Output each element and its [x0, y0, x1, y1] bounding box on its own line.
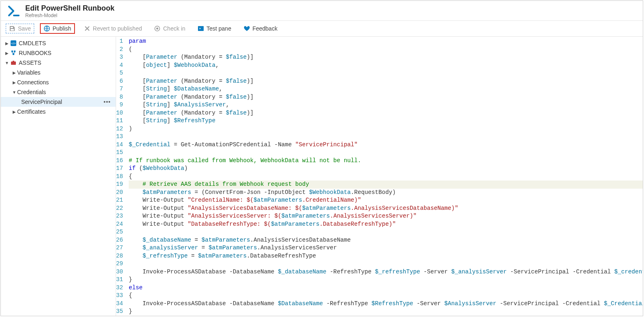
- caret-down-icon: ▼: [11, 90, 17, 95]
- app-frame: Edit PowerShell Runbook Refresh-Model Sa…: [0, 0, 643, 316]
- toolbar: Save Publish Revert to published Check i…: [1, 21, 643, 37]
- svg-rect-9: [13, 53, 14, 55]
- tree-variables[interactable]: ▶ Variables: [1, 68, 116, 77]
- globe-icon: [44, 25, 50, 32]
- save-button[interactable]: Save: [6, 24, 34, 33]
- caret-right-icon: ▶: [4, 41, 10, 46]
- tree-serviceprincipal[interactable]: ServicePrincipal •••: [1, 97, 116, 107]
- svg-point-3: [156, 28, 158, 30]
- sidebar: ▶ </> CMDLETS ▶ RUNBOOKS ▼ ASSETS ▶ Vari…: [1, 37, 116, 316]
- caret-right-icon: ▶: [4, 51, 10, 55]
- heart-icon: [244, 25, 250, 32]
- caret-right-icon: ▶: [11, 70, 17, 75]
- caret-down-icon: ▼: [4, 61, 10, 65]
- testpane-button[interactable]: Test pane: [194, 24, 235, 33]
- svg-rect-11: [13, 61, 14, 62]
- page-subtitle: Refresh-Model: [25, 13, 114, 18]
- tree-connections[interactable]: ▶ Connections: [1, 77, 116, 87]
- cmdlets-icon: </>: [10, 40, 17, 46]
- svg-rect-8: [14, 51, 15, 52]
- checkin-button[interactable]: Check in: [151, 24, 188, 33]
- tree-runbooks[interactable]: ▶ RUNBOOKS: [1, 48, 116, 58]
- code-editor[interactable]: 1234567891011121314151617181920212223242…: [116, 37, 643, 316]
- tree-certificates[interactable]: ▶ Certificates: [1, 107, 116, 117]
- code-area[interactable]: param( [Parameter (Mandatory = $false)] …: [126, 37, 643, 316]
- revert-icon: [84, 25, 90, 32]
- testpane-icon: [198, 25, 204, 32]
- save-icon: [9, 25, 15, 32]
- assets-icon: [10, 60, 17, 66]
- feedback-button[interactable]: Feedback: [240, 24, 281, 33]
- svg-rect-7: [11, 51, 13, 52]
- header: Edit PowerShell Runbook Refresh-Model: [1, 1, 643, 21]
- page-title: Edit PowerShell Runbook: [25, 4, 114, 13]
- publish-button[interactable]: Publish: [40, 23, 75, 34]
- svg-rect-10: [11, 62, 16, 65]
- powershell-icon: [6, 3, 21, 19]
- tree-assets[interactable]: ▼ ASSETS: [1, 58, 116, 68]
- checkin-icon: [154, 25, 160, 32]
- runbooks-icon: [10, 50, 17, 56]
- tree-cmdlets[interactable]: ▶ </> CMDLETS: [1, 38, 116, 48]
- body: ▶ </> CMDLETS ▶ RUNBOOKS ▼ ASSETS ▶ Vari…: [1, 37, 643, 316]
- line-gutter: 1234567891011121314151617181920212223242…: [116, 37, 126, 316]
- more-icon[interactable]: •••: [103, 99, 113, 105]
- caret-right-icon: ▶: [11, 110, 17, 114]
- tree-credentials[interactable]: ▼ Credentials: [1, 87, 116, 97]
- caret-right-icon: ▶: [11, 80, 17, 85]
- revert-button[interactable]: Revert to published: [81, 24, 145, 33]
- svg-text:</>: </>: [11, 42, 16, 45]
